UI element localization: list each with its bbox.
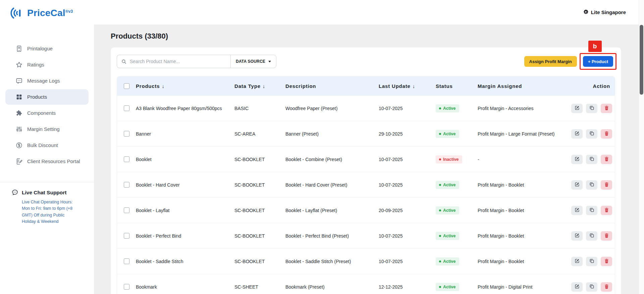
workspace-selector[interactable]: Lite Singapore	[583, 9, 626, 16]
row-checkbox[interactable]	[124, 131, 129, 137]
row-checkbox[interactable]	[124, 156, 129, 162]
edit-icon	[575, 182, 580, 188]
status-badge: Active	[436, 283, 459, 291]
delete-button[interactable]	[601, 104, 612, 113]
edit-icon	[575, 156, 580, 162]
sort-down-icon[interactable]: ↓	[413, 83, 415, 89]
cell-product-name: Booklet - Perfect Bind	[136, 233, 234, 239]
cell-margin-assigned: Profit Margin - Booklet	[478, 233, 569, 239]
puzzle-icon	[15, 109, 23, 117]
cell-product-name: Bookmark	[136, 284, 234, 290]
status-dot-icon	[439, 235, 441, 237]
column-header-date[interactable]: Last Update↓	[379, 83, 436, 89]
delete-button[interactable]	[601, 129, 612, 139]
edit-button[interactable]	[571, 206, 583, 215]
trash-icon	[604, 258, 609, 264]
status-dot-icon	[439, 209, 441, 211]
live-chat-support-title: Live Chat Support	[11, 189, 88, 196]
edit-icon	[575, 233, 580, 239]
delete-button[interactable]	[601, 206, 612, 215]
sort-down-icon[interactable]: ↓	[263, 83, 265, 89]
scrollbar-thumb[interactable]	[640, 25, 643, 95]
star-icon	[15, 61, 23, 68]
row-checkbox[interactable]	[124, 182, 129, 188]
delete-button[interactable]	[601, 282, 612, 292]
delete-button[interactable]	[601, 257, 612, 266]
cell-data-type: SC-BOOKLET	[234, 182, 285, 188]
cell-description: Booklet - Hard Cover (Preset)	[285, 182, 379, 188]
edit-button[interactable]	[571, 231, 583, 241]
cell-last-update: 20-09-2025	[379, 208, 436, 213]
status-dot-icon	[439, 107, 441, 109]
cell-last-update: 10-07-2025	[379, 259, 436, 264]
sidebar-item-client-resources-portal[interactable]: Client Resources Portal	[5, 154, 89, 169]
column-header-margin: Margin Assigned	[478, 83, 569, 89]
add-product-button[interactable]: + Product	[583, 56, 613, 67]
duplicate-button[interactable]	[586, 104, 597, 113]
edit-button[interactable]	[571, 104, 583, 113]
sidebar-item-ratings[interactable]: Ratings	[5, 57, 89, 72]
duplicate-button[interactable]	[586, 129, 597, 139]
sidebar-item-label: Ratings	[27, 62, 44, 68]
sidebar-item-message-logs[interactable]: Message Logs	[5, 73, 89, 89]
row-checkbox[interactable]	[124, 233, 129, 239]
sidebar: PriceCal®v3 PrintalogueRatingsMessage Lo…	[0, 0, 94, 294]
row-checkbox[interactable]	[124, 258, 129, 264]
column-header-type[interactable]: Data Type↓	[234, 83, 285, 89]
sidebar-item-components[interactable]: Components	[5, 105, 89, 121]
duplicate-button[interactable]	[586, 155, 597, 164]
duplicate-button[interactable]	[586, 282, 597, 292]
cell-data-type: SC-BOOKLET	[234, 157, 285, 162]
page-scrollbar[interactable]	[639, 0, 644, 294]
column-header-name[interactable]: Products↓	[136, 83, 234, 89]
cell-margin-assigned: Profit Margin - Large Format (Preset)	[478, 131, 569, 137]
cell-margin-assigned: Profit Margin - Accessories	[478, 106, 569, 111]
duplicate-button[interactable]	[586, 180, 597, 190]
duplicate-button[interactable]	[586, 206, 597, 215]
status-dot-icon	[439, 158, 441, 160]
chevron-down-icon	[268, 61, 271, 62]
data-source-label: DATA SOURCE	[236, 59, 265, 64]
cell-last-update: 10-07-2025	[379, 233, 436, 239]
assign-profit-margin-button[interactable]: Assign Profit Margin	[524, 56, 577, 67]
sidebar-item-printalogue[interactable]: Printalogue	[5, 41, 89, 56]
edit-button[interactable]	[571, 282, 583, 292]
duplicate-button[interactable]	[586, 231, 597, 241]
delete-button[interactable]	[601, 155, 612, 164]
support-line: GMT) Off during Public	[22, 212, 88, 218]
message-icon	[15, 77, 23, 85]
table-row: Booklet - LayflatSC-BOOKLETBooklet - Lay…	[117, 197, 615, 223]
edit-icon	[575, 105, 580, 111]
sidebar-item-label: Bulk Discount	[27, 142, 58, 149]
edit-icon	[575, 258, 580, 264]
sidebar-item-products[interactable]: Products	[5, 89, 89, 105]
row-checkbox[interactable]	[124, 207, 129, 213]
table-row: Booklet - Perfect BindSC-BOOKLETBooklet …	[117, 223, 615, 248]
status-dot-icon	[439, 184, 441, 186]
support-line: Mon to Fri: 9am to 6pm (+8	[22, 205, 88, 212]
data-source-button[interactable]: DATA SOURCE	[230, 55, 276, 68]
sidebar-item-margin-setting[interactable]: Margin Setting	[5, 121, 89, 137]
cell-description: Woodfree Paper (Preset)	[285, 106, 379, 111]
select-all-checkbox[interactable]	[124, 83, 129, 89]
edit-button[interactable]	[571, 155, 583, 164]
cell-last-update: 12-12-2025	[379, 284, 436, 290]
table-header-row: Products↓Data Type↓DescriptionLast Updat…	[117, 77, 615, 95]
edit-button[interactable]	[571, 129, 583, 139]
sort-down-icon[interactable]: ↓	[162, 83, 164, 89]
row-checkbox[interactable]	[124, 284, 129, 290]
edit-button[interactable]	[571, 257, 583, 266]
pricecal-logo-icon	[9, 5, 24, 21]
sidebar-item-bulk-discount[interactable]: Bulk Discount	[5, 138, 89, 153]
cell-margin-assigned: Profit Margin - Digital Print	[478, 284, 569, 290]
status-badge: Active	[436, 206, 459, 214]
duplicate-button[interactable]	[586, 257, 597, 266]
row-checkbox[interactable]	[124, 105, 129, 111]
column-header-desc: Description	[285, 83, 379, 89]
delete-button[interactable]	[601, 180, 612, 190]
edit-button[interactable]	[571, 180, 583, 190]
delete-button[interactable]	[601, 231, 612, 241]
status-dot-icon	[439, 133, 441, 135]
search-input[interactable]	[130, 59, 226, 64]
edit-icon	[575, 207, 580, 213]
